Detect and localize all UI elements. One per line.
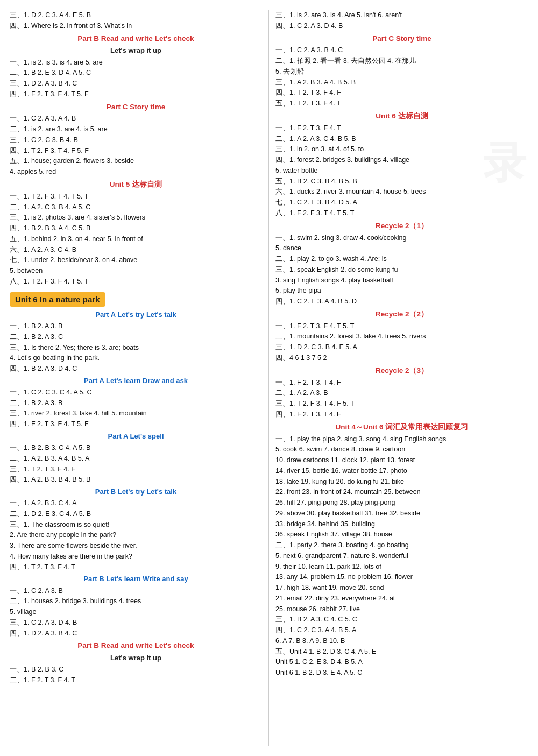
answer-line: 3. There are some flowers beside the riv… — [10, 541, 262, 551]
answer-line: 四、1. F 2. T 3. F 4. T 5. F — [10, 419, 262, 429]
answer-line: 三、1. is 2. are 3. Is 4. Are 5. isn't 6. … — [275, 10, 528, 20]
answer-line: 五、1. house; garden 2. flowers 3. beside — [10, 156, 262, 166]
answer-line: 四、1. Where is 2. in front of 3. What's i… — [10, 21, 262, 31]
part-heading: Part B Let's learn Write and say — [10, 574, 262, 584]
unit-heading-container: Unit 6 In a nature park — [10, 290, 262, 308]
answer-line: 18. lake 19. kung fu 20. do kung fu 21. … — [275, 477, 528, 487]
answer-line: 14. river 15. bottle 16. water bottle 17… — [275, 466, 528, 476]
answer-line: 五、Unit 4 1. B 2. D 3. C 4. A 5. E — [275, 647, 528, 657]
answer-line: 2. Are there any people in the park? — [10, 530, 262, 540]
answer-line: 13. any 14. problem 15. no problem 16. f… — [275, 572, 528, 582]
section-heading: Unit 6 达标自测 — [275, 111, 528, 122]
answer-line: 3. sing English songs 4. play basketball — [275, 275, 528, 286]
answer-line: 三、1. T 2. T 3. F 4. F — [10, 464, 262, 475]
answer-line: 5. cook 6. swim 7. dance 8. draw 9. cart… — [275, 444, 528, 455]
page: 三、1. D 2. C 3. A 4. E 5. B四、1. Where is … — [0, 0, 538, 756]
answer-line: 二、1. mountains 2. forest 3. lake 4. tree… — [275, 331, 528, 342]
answer-line: 一、1. play the pipa 2. sing 3. song 4. si… — [275, 434, 528, 444]
answer-line: 八、1. T 2. F 3. F 4. T 5. T — [10, 277, 262, 287]
answer-line: 一、1. F 2. T 3. T 4. F — [275, 378, 528, 388]
section-heading: Recycle 2（3） — [275, 365, 528, 377]
answer-line: 5. village — [10, 607, 262, 617]
answer-line: 一、1. C 2. C 3. C 4. A 5. C — [10, 387, 262, 398]
answer-line: 一、1. F 2. T 3. F 4. T — [275, 123, 528, 133]
section-heading: Part B Read and write Let's check — [10, 640, 262, 652]
answer-line: 五、1. behind 2. in 3. on 4. near 5. in fr… — [10, 234, 262, 244]
answer-line: 五、1. T 2. T 3. F 4. T — [275, 98, 528, 109]
answer-line: 四、1. A 2. B 3. B 4. B 5. B — [10, 475, 262, 485]
answer-line: 25. mouse 26. rabbit 27. live — [275, 604, 528, 614]
answer-line: 一、1. C 2. A 3. B — [10, 586, 262, 596]
answer-line: 二、1. A 2. A 3. B — [275, 388, 528, 398]
section-heading: Part B Read and write Let's check — [10, 33, 262, 45]
section-heading: Recycle 2（1） — [275, 221, 528, 232]
answer-line: 四、1. C 2. A 3. D 4. B — [275, 21, 528, 31]
answer-line: 二、1. A 2. C 3. B 4. A 5. C — [10, 202, 262, 213]
answer-line: 三、1. D 2. C 3. B 4. E 5. A — [275, 342, 528, 352]
answer-line: 一、1. B 2. B 3. C — [10, 665, 262, 675]
answer-line: 10. draw cartoons 11. clock 12. plant 13… — [275, 455, 528, 465]
answer-line: 二、1. is 2. are 3. are 4. is 5. are — [10, 124, 262, 135]
answer-line: 三、1. river 2. forest 3. lake 4. hill 5. … — [10, 408, 262, 419]
answer-line: 四、4 6 1 3 7 5 2 — [275, 353, 528, 363]
unit-heading: Unit 6 In a nature park — [10, 292, 105, 307]
answer-line: 一、1. C 2. A 3. A 4. B — [10, 114, 262, 124]
answer-line: 二、1. B 2. E 3. D 4. A 5. C — [10, 68, 262, 78]
answer-line: 三、1. is 2. photos 3. are 4. sister's 5. … — [10, 213, 262, 223]
answer-line: 29. above 30. play basketball 31. tree 3… — [275, 508, 528, 519]
answer-line: 5. water bottle — [275, 166, 528, 176]
answer-line: 二、1. F 2. T 3. F 4. T — [10, 675, 262, 686]
answer-line: 二、1. B 2. A 3. B — [10, 398, 262, 408]
answer-line: 26. hill 27. ping-pong 28. play ping-pon… — [275, 498, 528, 508]
answer-line: 4. How many lakes are there in the park? — [10, 552, 262, 562]
answer-line: 四、1. F 2. T 3. T 4. F — [275, 409, 528, 420]
answer-line: 17. high 18. want 19. move 20. send — [275, 583, 528, 593]
answer-line: 三、1. speak English 2. do some kung fu — [275, 265, 528, 275]
answer-line: 二、1. houses 2. bridge 3. buildings 4. tr… — [10, 596, 262, 606]
answer-line: 二、1. B 2. A 3. C — [10, 332, 262, 342]
answer-line: 三、1. C 2. C 3. B 4. B — [10, 135, 262, 145]
section-heading: Part C Story time — [275, 33, 528, 45]
answer-line: 二、1. party 2. there 3. boating 4. go boa… — [275, 540, 528, 550]
answer-line: 9. their 10. learn 11. park 12. lots of — [275, 562, 528, 572]
answer-line: 二、1. 拍照 2. 看一看 3. 去自然公园 4. 在那儿 — [275, 56, 528, 66]
answer-line: 四、1. T 2. T 3. F 4. F — [275, 88, 528, 98]
answer-line: 四、1. F 2. T 3. F 4. T 5. F — [10, 89, 262, 100]
answer-line: 一、1. A 2. B 3. C 4. A — [10, 498, 262, 508]
answer-line: 五、1. B 2. C 3. B 4. B 5. B — [275, 176, 528, 187]
answer-line: Unit 5 1. C 2. E 3. D 4. B 5. A — [275, 657, 528, 667]
answer-line: Unit 6 1. B 2. D 3. E 4. A 5. C — [275, 668, 528, 678]
section-heading: Unit 5 达标自测 — [10, 179, 262, 190]
answer-line: 5. between — [10, 266, 262, 276]
answer-line: 一、1. B 2. B 3. C 4. A 5. B — [10, 443, 262, 453]
answer-line: 一、1. is 2. is 3. is 4. are 5. are — [10, 58, 262, 68]
answer-line: 一、1. B 2. A 3. B — [10, 321, 262, 331]
left-column: 三、1. D 2. C 3. A 4. E 5. B四、1. Where is … — [5, 10, 269, 746]
sub-heading: Let's wrap it up — [10, 653, 262, 663]
answer-line: 二、1. play 2. to go 3. wash 4. Are; is — [275, 254, 528, 264]
answer-line: 七、1. C 2. E 3. B 4. D 5. A — [275, 197, 528, 208]
part-heading: Part B Let's try Let's talk — [10, 486, 262, 497]
answer-line: 三、1. A 2. B 3. A 4. B 5. B — [275, 77, 528, 88]
section-heading: Part C Story time — [10, 102, 262, 113]
answer-line: 二、1. A 2. A 3. C 4. B 5. B — [275, 134, 528, 144]
answer-line: 一、1. T 2. F 3. T 4. T 5. T — [10, 192, 262, 202]
answer-line: 4. apples 5. red — [10, 167, 262, 177]
answer-line: 21. email 22. dirty 23. everywhere 24. a… — [275, 594, 528, 604]
answer-line: 四、1. T 2. T 3. F 4. T — [10, 562, 262, 573]
answer-line: 6. A 7. B 8. A 9. B 10. B — [275, 636, 528, 646]
answer-line: 36. speak English 37. village 38. house — [275, 529, 528, 540]
answer-line: 三、1. Is there 2. Yes; there is 3. are; b… — [10, 343, 262, 353]
answer-line: 四、1. C 2. C 3. A 4. B 5. A — [275, 625, 528, 635]
answer-line: 三、1. D 2. C 3. A 4. E 5. B — [10, 10, 262, 20]
answer-line: 三、1. D 2. A 3. B 4. C — [10, 79, 262, 89]
answer-line: 四、1. C 2. E 3. A 4. B 5. D — [275, 296, 528, 307]
answer-line: 四、1. B 2. B 3. A 4. C 5. B — [10, 223, 262, 234]
right-column: 三、1. is 2. are 3. Is 4. Are 5. isn't 6. … — [269, 10, 533, 746]
answer-line: 四、1. T 2. F 3. T 4. F 5. F — [10, 146, 262, 156]
answer-line: 4. Let's go boating in the park. — [10, 353, 262, 363]
answer-line: 5. dance — [275, 243, 528, 253]
answer-line: 四、1. D 2. A 3. B 4. C — [10, 628, 262, 639]
answer-line: 六、1. A 2. A 3. C 4. B — [10, 245, 262, 255]
answer-line: 三、1. C 2. A 3. D 4. B — [10, 618, 262, 628]
